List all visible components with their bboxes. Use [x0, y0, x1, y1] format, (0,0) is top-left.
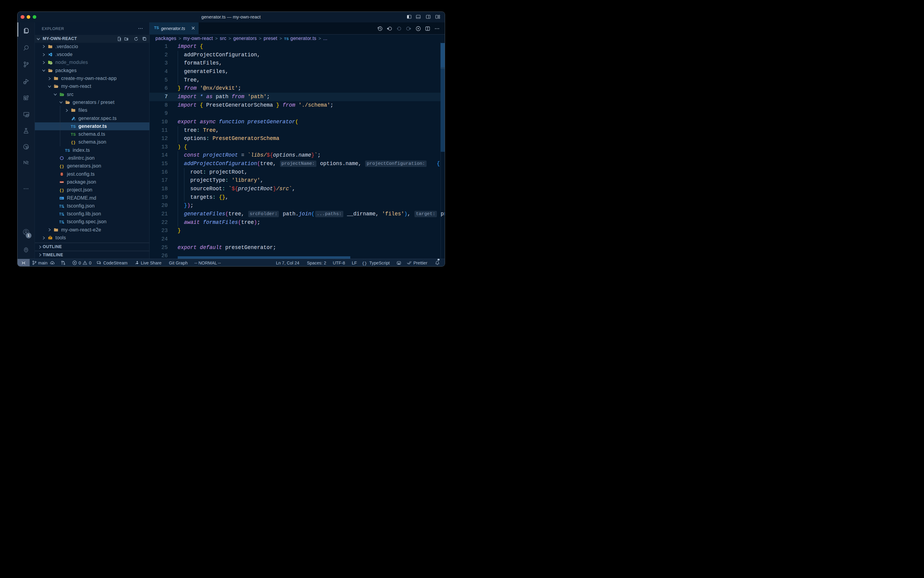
- svg-text:TS: TS: [65, 148, 70, 153]
- svg-text:TS: TS: [74, 119, 76, 120]
- svg-text:TS: TS: [71, 132, 76, 136]
- svg-text:{}: {}: [59, 188, 64, 192]
- svg-text:{}: {}: [71, 141, 75, 144]
- svg-text:{}: {}: [59, 164, 64, 169]
- svg-text:npm: npm: [60, 181, 63, 183]
- svg-text:JS: JS: [50, 62, 52, 64]
- svg-text:M: M: [60, 197, 62, 199]
- svg-text:TS: TS: [71, 124, 76, 128]
